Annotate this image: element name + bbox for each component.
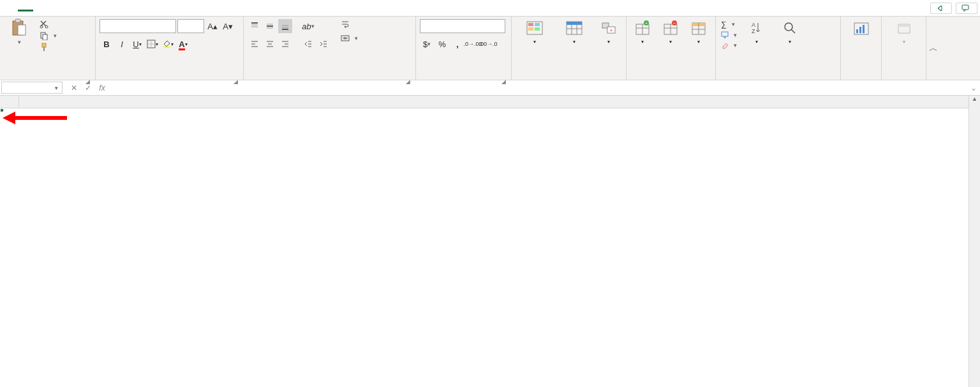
eraser-icon (721, 41, 729, 49)
fill-icon (721, 31, 729, 39)
svg-rect-3 (18, 25, 26, 35)
format-as-table-button[interactable]: ▾ (558, 19, 591, 45)
align-middle-button[interactable] (263, 19, 277, 33)
copy-icon (40, 31, 48, 40)
percent-button[interactable]: % (435, 37, 449, 51)
tab-file[interactable] (3, 6, 18, 11)
align-left-button[interactable] (248, 37, 262, 51)
conditional-formatting-icon (526, 19, 544, 37)
tab-data[interactable] (79, 6, 94, 11)
merge-icon (341, 34, 350, 43)
paste-button[interactable]: ▾ (4, 19, 34, 46)
tab-help[interactable] (140, 6, 156, 11)
format-painter-button[interactable] (38, 42, 58, 52)
tab-insert[interactable] (33, 6, 48, 11)
number-launcher[interactable]: ◢ (501, 78, 506, 85)
accounting-format-button[interactable]: $ (420, 37, 434, 51)
align-center-icon (265, 40, 274, 48)
svg-rect-0 (962, 5, 969, 10)
decrease-font-button[interactable]: A▾ (221, 19, 235, 33)
autosum-button[interactable]: ∑ (720, 19, 738, 29)
share-icon (936, 4, 944, 12)
comments-button[interactable] (956, 3, 977, 14)
fill-button[interactable] (720, 31, 738, 40)
increase-indent-icon (319, 40, 328, 48)
share-button[interactable] (930, 3, 952, 14)
scroll-up-button[interactable]: ▲ (969, 96, 980, 106)
insert-cells-button[interactable]: + ▾ (630, 19, 655, 45)
tab-formulas[interactable] (64, 6, 79, 11)
bold-icon: B (103, 40, 109, 49)
fill-color-button[interactable]: ▾ (161, 37, 175, 51)
format-cells-icon (690, 19, 708, 37)
formula-input[interactable] (112, 80, 967, 95)
font-size-select[interactable] (177, 19, 204, 33)
expand-formula-bar-button[interactable]: ⌄ (967, 80, 980, 95)
svg-text:−: − (673, 21, 676, 26)
svg-text:Z: Z (752, 28, 755, 34)
italic-button[interactable]: I (115, 37, 129, 51)
borders-button[interactable]: ▾ (145, 37, 160, 51)
font-color-button[interactable]: A ▾ (176, 37, 190, 51)
analyze-data-button[interactable] (845, 19, 877, 38)
font-launcher[interactable]: ◢ (234, 78, 238, 85)
sort-filter-icon: AZ (748, 19, 766, 37)
alignment-launcher[interactable]: ◢ (406, 78, 410, 85)
cell-styles-button[interactable]: ▾ (595, 19, 622, 45)
selection-border (0, 108, 3, 111)
x-icon: ✕ (71, 84, 77, 92)
bucket-icon (162, 40, 171, 48)
merge-center-button[interactable] (339, 33, 359, 43)
find-select-button[interactable]: ▾ (775, 19, 805, 45)
comma-button[interactable]: , (450, 37, 464, 51)
select-all-corner[interactable] (0, 96, 19, 108)
decrease-decimal-button[interactable]: .00→.0 (481, 37, 495, 51)
clipboard-launcher[interactable]: ◢ (85, 78, 90, 85)
align-center-button[interactable] (263, 37, 277, 51)
decrease-font-icon: A▾ (223, 22, 233, 31)
svg-rect-9 (43, 47, 45, 51)
vertical-scrollbar[interactable]: ▲ (969, 96, 980, 387)
tab-home[interactable] (18, 4, 33, 11)
borders-icon (147, 40, 156, 48)
format-cells-button[interactable]: ▾ (686, 19, 711, 45)
ribbon: ▾ (0, 17, 980, 80)
delete-cells-button[interactable]: − ▾ (658, 19, 683, 45)
tab-view[interactable] (110, 6, 125, 11)
column-headers (0, 96, 969, 108)
align-bottom-button[interactable] (278, 19, 292, 33)
fill-handle[interactable] (0, 108, 4, 112)
font-name-select[interactable] (100, 19, 176, 33)
insert-function-button[interactable]: fx (96, 84, 108, 92)
cut-button[interactable] (38, 19, 58, 29)
increase-decimal-button[interactable]: .0→.00 (466, 37, 480, 51)
chevron-down-icon: ⌄ (970, 84, 977, 92)
bold-button[interactable]: B (100, 37, 114, 51)
formula-bar: ▾ ✕ ✓ fx ⌄ (0, 80, 980, 96)
orientation-button[interactable]: ab (301, 19, 315, 33)
tab-developer[interactable] (125, 6, 140, 11)
number-format-select[interactable] (420, 19, 505, 33)
sensitivity-button[interactable]: ▾ (886, 19, 922, 45)
sort-filter-button[interactable]: AZ ▾ (742, 19, 771, 45)
cancel-formula-button[interactable]: ✕ (68, 84, 80, 92)
increase-indent-button[interactable] (316, 37, 330, 51)
underline-button[interactable]: U▾ (130, 37, 144, 51)
align-top-button[interactable] (248, 19, 262, 33)
paste-icon (10, 19, 28, 37)
sigma-icon: ∑ (721, 20, 727, 29)
clear-button[interactable] (720, 41, 738, 50)
menu-tabs (0, 0, 980, 17)
increase-font-button[interactable]: A▴ (205, 19, 219, 33)
insert-cells-icon: + (634, 19, 651, 37)
table-icon (565, 19, 583, 37)
tab-review[interactable] (94, 6, 110, 11)
align-right-button[interactable] (278, 37, 292, 51)
copy-button[interactable] (38, 31, 58, 41)
conditional-formatting-button[interactable]: ▾ (516, 19, 554, 45)
name-box[interactable]: ▾ (1, 82, 63, 94)
collapse-ribbon-button[interactable]: ︿ (926, 17, 940, 80)
tab-page-layout[interactable] (48, 6, 64, 11)
wrap-text-button[interactable] (339, 19, 359, 29)
decrease-indent-button[interactable] (301, 37, 315, 51)
